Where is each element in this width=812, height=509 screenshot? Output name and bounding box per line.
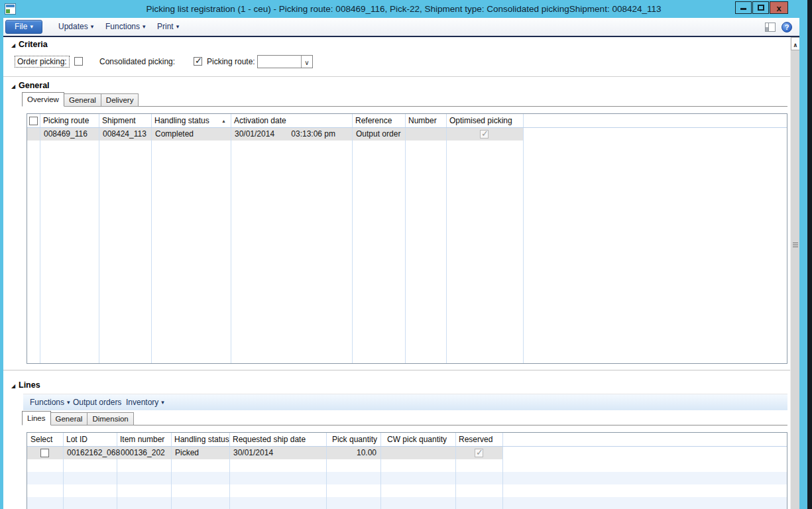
chevron-down-icon: ∨ xyxy=(304,59,309,66)
picking-route-dropdown-button[interactable]: ∨ xyxy=(301,56,312,68)
chevron-down-icon: ▾ xyxy=(143,23,146,30)
reserved-checkbox xyxy=(475,449,483,457)
grid-column-divider[interactable] xyxy=(231,114,231,363)
empty-row[interactable] xyxy=(27,459,787,472)
grid-column-divider[interactable] xyxy=(446,114,447,363)
cell-pick-quantity[interactable]: 10.00 xyxy=(326,447,377,459)
grid-column-divider[interactable] xyxy=(99,114,99,363)
tab-overview[interactable]: Overview xyxy=(22,92,64,107)
grid-column-divider[interactable] xyxy=(405,114,406,363)
cell-activation-time[interactable]: 03:13:06 pm xyxy=(231,128,335,141)
tab-lines[interactable]: Lines xyxy=(22,411,51,425)
select-all-checkbox[interactable] xyxy=(29,117,38,125)
cell-handling-status[interactable]: Completed xyxy=(155,128,194,141)
scrollbar-grip[interactable] xyxy=(793,243,798,250)
picking-route-combobox[interactable]: ∨ xyxy=(257,55,313,68)
maximize-icon xyxy=(758,5,764,11)
grid-column-divider[interactable] xyxy=(352,114,353,363)
chevron-down-icon: ▾ xyxy=(161,399,164,406)
consolidated-picking-checkbox[interactable] xyxy=(194,57,202,66)
tab-general[interactable]: General xyxy=(64,93,101,107)
cell-item-number[interactable]: 000136_202 xyxy=(121,447,165,459)
lines-grid: Select Lot ID Item number Handling statu… xyxy=(27,432,787,509)
grid-header-row xyxy=(27,433,787,447)
menu-print[interactable]: Print▾ xyxy=(157,22,179,31)
empty-row[interactable] xyxy=(27,472,787,484)
lines-toolbar-inventory[interactable]: Inventory▾ xyxy=(126,394,164,411)
help-icon[interactable]: ? xyxy=(782,22,792,32)
general-expand-icon[interactable]: ◢ xyxy=(11,84,15,89)
file-menu-label: File xyxy=(15,22,27,31)
window-layout-icon[interactable] xyxy=(765,23,776,32)
empty-row[interactable] xyxy=(27,484,787,497)
minimize-icon xyxy=(740,8,746,10)
grid-column-divider[interactable] xyxy=(523,114,524,363)
cell-reference[interactable]: Output order xyxy=(356,128,400,141)
general-section-title[interactable]: General xyxy=(19,81,50,90)
tab-lines-general[interactable]: General xyxy=(50,412,88,425)
chevron-down-icon: ▾ xyxy=(30,23,33,30)
grid-column-divider[interactable] xyxy=(151,114,152,363)
tab-delivery[interactable]: Delivery xyxy=(101,93,139,107)
menu-functions[interactable]: Functions▾ xyxy=(105,22,146,31)
cell-requested-ship-date[interactable]: 30/01/2014 xyxy=(233,447,273,459)
order-picking-label: Order picking: xyxy=(15,56,70,68)
maximize-button[interactable] xyxy=(752,1,769,14)
section-divider xyxy=(3,370,790,370)
empty-row[interactable] xyxy=(27,497,787,509)
lines-tabstrip: Lines General Dimension xyxy=(22,411,133,425)
window-border-right xyxy=(799,18,807,509)
grid-header-row xyxy=(27,114,787,128)
sort-ascending-icon: ▲ xyxy=(221,119,226,123)
general-tabstrip: Overview General Delivery xyxy=(22,92,138,107)
menu-updates-label: Updates xyxy=(58,22,88,31)
menu-print-label: Print xyxy=(157,22,174,31)
lines-toolbar-functions[interactable]: Functions▾ xyxy=(30,394,70,411)
cell-handling-status[interactable]: Picked xyxy=(175,447,199,459)
app-window: Picking list registration (1 - ceu) - Pi… xyxy=(0,0,812,509)
consolidated-picking-label: Consolidated picking: xyxy=(99,57,175,66)
chevron-down-icon: ▾ xyxy=(91,23,94,30)
lines-toolbar-output-orders[interactable]: Output orders xyxy=(73,394,121,411)
functions-label: Functions xyxy=(30,398,64,407)
cell-lot-id[interactable]: 00162162_068 xyxy=(67,447,120,459)
chevron-down-icon: ▾ xyxy=(176,23,180,30)
criteria-section-title[interactable]: Criteria xyxy=(19,40,48,49)
picking-route-label: Picking route: xyxy=(207,57,255,66)
criteria-expand-icon[interactable]: ◢ xyxy=(11,42,15,48)
picking-routes-grid: Picking route Shipment Handling status ▲… xyxy=(27,113,787,364)
chevron-up-icon: ∧ xyxy=(793,42,797,48)
window-border-left xyxy=(0,18,3,509)
vertical-scrollbar[interactable]: ∧ xyxy=(790,37,799,509)
menu-functions-label: Functions xyxy=(105,22,140,31)
lines-section-title[interactable]: Lines xyxy=(19,380,40,390)
scroll-up-button[interactable]: ∧ xyxy=(791,37,800,50)
background-strip xyxy=(807,0,812,509)
minimize-button[interactable] xyxy=(735,1,752,14)
close-button[interactable]: x xyxy=(770,1,788,14)
menu-updates[interactable]: Updates▾ xyxy=(58,22,93,31)
lines-toolbar: Functions▾ Output orders Inventory▾ xyxy=(23,394,787,410)
optimised-picking-checkbox xyxy=(480,130,489,139)
grid-column-divider[interactable] xyxy=(40,114,40,363)
tab-dimension[interactable]: Dimension xyxy=(87,412,133,425)
inventory-label: Inventory xyxy=(126,398,158,407)
section-divider xyxy=(3,76,790,77)
cell-shipment[interactable]: 008424_113 xyxy=(103,128,146,141)
cell-picking-route[interactable]: 008469_116 xyxy=(44,128,87,141)
file-menu-button[interactable]: File▾ xyxy=(5,20,42,34)
menubar: File▾ Updates▾ Functions▾ Print▾ ? xyxy=(3,18,799,37)
titlebar[interactable]: Picking list registration (1 - ceu) - Pi… xyxy=(0,0,807,18)
chevron-down-icon: ▾ xyxy=(67,399,70,406)
window-title: Picking list registration (1 - ceu) - Pi… xyxy=(0,0,807,18)
output-orders-label: Output orders xyxy=(73,398,121,407)
close-icon: x xyxy=(776,3,781,13)
tab-baseline xyxy=(23,425,787,425)
line-select-checkbox[interactable] xyxy=(40,449,49,457)
order-picking-checkbox[interactable] xyxy=(74,57,83,66)
lines-expand-icon[interactable]: ◢ xyxy=(11,383,15,389)
